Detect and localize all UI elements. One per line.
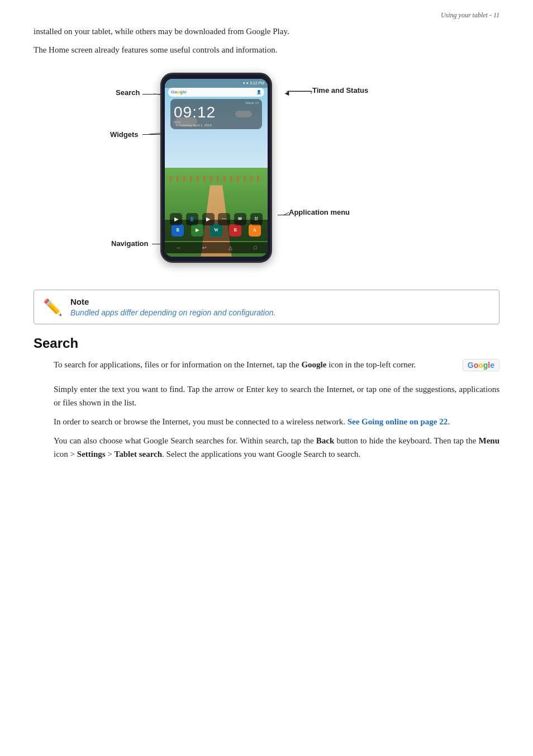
row-icon-1: ▶ xyxy=(170,213,182,225)
row-icon-6: 3! xyxy=(250,213,263,225)
phone-screen: ▾ ▾ 3:12 PM Google 👤 Week 14 09:12 Local… xyxy=(165,79,268,257)
app-menu-dash xyxy=(278,215,290,215)
para3: In order to search or browse the Interne… xyxy=(54,415,499,428)
google-badge-e: e xyxy=(490,361,494,370)
para4-part2: button to hide the keyboard. Then tap th… xyxy=(334,436,478,445)
time-status-label: Time and Status xyxy=(312,86,368,94)
note-content: Note Bundled apps differ depending on re… xyxy=(70,297,275,317)
intro-para-2: The Home screen already features some us… xyxy=(34,44,499,56)
phone-row-icons: ▶ 👤 ▶ ⋯ ✉ 3! xyxy=(168,213,264,225)
section-body: To search for applications, files or for… xyxy=(34,358,499,461)
note-icon: ✏️ xyxy=(43,298,63,316)
para4-bold3: Settings xyxy=(77,450,106,459)
phone-nav-bar: → ↩ △ □ xyxy=(165,242,268,253)
diagram-section: Search Time and Status ◄ Widgets Navigat… xyxy=(34,67,499,280)
intro-para-1: installed on your tablet, while others m… xyxy=(34,25,499,38)
app-icon-arrow: ▶ xyxy=(191,224,203,237)
para1-bold: Google xyxy=(301,360,326,369)
page-number: Using your tablet - 11 xyxy=(34,11,499,20)
app-icon-b: B xyxy=(172,224,184,237)
app-menu-label: Application menu xyxy=(289,208,350,216)
note-body: Bundled apps differ depending on region … xyxy=(70,308,275,317)
phone-search-bar[interactable]: Google 👤 xyxy=(168,88,264,97)
time-status-arrow: ◄ xyxy=(283,89,291,98)
search-label: Search xyxy=(116,88,140,97)
phone-widget: Week 14 09:12 Local ° C Tuesday April 1,… xyxy=(170,99,262,129)
para1-wrapper: To search for applications, files or for… xyxy=(54,358,499,377)
flowers-bg xyxy=(170,176,263,182)
row-icon-3: ▶ xyxy=(202,213,215,225)
app-icon-amber: A xyxy=(249,224,261,237)
navigation-label: Navigation xyxy=(111,239,148,248)
para3-part2: . xyxy=(448,417,450,426)
google-badge-o2: o xyxy=(478,361,483,370)
google-badge-g2: g xyxy=(483,361,488,370)
para4-bold4: Tablet search xyxy=(115,450,162,459)
phone-status-bar: ▾ ▾ 3:12 PM xyxy=(165,79,268,88)
para4-part1: You can also choose what Google Search s… xyxy=(54,436,316,445)
diagram-wrapper: Search Time and Status ◄ Widgets Navigat… xyxy=(71,67,462,280)
para4: You can also choose what Google Search s… xyxy=(54,434,499,461)
row-icon-4: ⋯ xyxy=(218,213,230,225)
para1-part2: icon in the top-left corner. xyxy=(326,360,416,369)
google-badge: Google xyxy=(463,359,499,371)
widgets-label: Widgets xyxy=(110,130,138,139)
para3-part1: In order to search or browse the Interne… xyxy=(54,417,348,426)
para4-part5: . Select the applications you want Googl… xyxy=(162,450,360,459)
note-box: ✏️ Note Bundled apps differ depending on… xyxy=(34,290,499,324)
row-icon-2: 👤 xyxy=(186,213,198,225)
google-badge-g: G xyxy=(468,361,474,370)
app-icon-r: R xyxy=(229,224,241,237)
search-section-title: Search xyxy=(34,336,499,351)
para4-part3: icon > xyxy=(54,450,77,459)
para4-bold2: Menu xyxy=(479,436,500,445)
note-title: Note xyxy=(70,297,275,306)
para2: Simply enter the text you want to find. … xyxy=(54,382,499,409)
search-section: Search To search for applications, files… xyxy=(34,336,499,461)
time-status-dash xyxy=(287,91,312,92)
row-icon-5: ✉ xyxy=(234,213,246,225)
para1-part1: To search for applications, files or for… xyxy=(54,360,301,369)
app-icon-w: W xyxy=(210,224,222,237)
google-badge-o1: o xyxy=(474,361,479,370)
para4-bold1: Back xyxy=(316,436,335,445)
phone-mockup: ▾ ▾ 3:12 PM Google 👤 Week 14 09:12 Local… xyxy=(160,73,272,263)
para4-part4: > xyxy=(106,450,115,459)
para1-text: To search for applications, files or for… xyxy=(54,358,455,371)
para3-link[interactable]: See Going online on page 22 xyxy=(348,417,448,426)
